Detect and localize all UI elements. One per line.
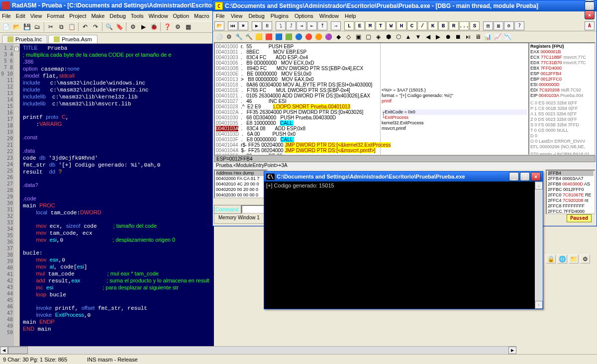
redo-icon[interactable]: ↷ bbox=[91, 22, 100, 32]
tool-icon[interactable]: 📉 bbox=[503, 32, 512, 41]
command-bar[interactable]: Command bbox=[214, 205, 266, 214]
options-icon[interactable]: ⚙ bbox=[504, 21, 514, 30]
tool-icon[interactable]: ⚙ bbox=[580, 255, 590, 264]
tool-icon[interactable]: ◀ bbox=[423, 32, 433, 41]
view-S-button[interactable]: S bbox=[470, 21, 480, 30]
debug-icon[interactable]: 🐞 bbox=[149, 22, 159, 32]
tool-icon[interactable]: ▶ bbox=[433, 32, 443, 41]
menu-format[interactable]: Format bbox=[47, 13, 64, 19]
goto-icon[interactable]: → bbox=[331, 21, 341, 30]
tool-icon[interactable]: ▼ bbox=[413, 32, 423, 41]
tool-icon[interactable]: 🔧 bbox=[234, 32, 244, 41]
tool-icon[interactable]: ▢ bbox=[364, 32, 373, 41]
step-into-icon[interactable]: ⤵ bbox=[276, 21, 286, 30]
execute-till-return-icon[interactable]: ⤒ bbox=[317, 21, 327, 30]
view-E-button[interactable]: E bbox=[355, 21, 365, 30]
hex-dump-pane[interactable]: Address Hex dump00402000 FA CA 81 700402… bbox=[214, 170, 268, 198]
close-button[interactable]: × bbox=[531, 172, 541, 181]
menu-debug[interactable]: Debug bbox=[109, 13, 125, 19]
open-icon[interactable]: 📂 bbox=[11, 22, 21, 32]
tool-icon[interactable]: ⏯ bbox=[463, 32, 473, 41]
console-output[interactable]: [+] Codigo generado: 15015 ▲ ▼ bbox=[264, 182, 543, 309]
tool-icon[interactable]: 🟣 bbox=[324, 32, 333, 41]
scroll-right-icon[interactable]: ▶ bbox=[508, 347, 516, 354]
menu-view[interactable]: View bbox=[30, 13, 42, 19]
tool-icon[interactable]: ⚙ bbox=[224, 32, 234, 41]
view-M-button[interactable]: M bbox=[365, 21, 375, 30]
open-icon[interactable]: 📂 bbox=[214, 21, 224, 30]
step-over-icon[interactable]: ⤴ bbox=[286, 21, 296, 30]
tool-icon[interactable]: ⬡ bbox=[394, 32, 403, 41]
view-C-button[interactable]: C bbox=[407, 21, 417, 30]
menu-view[interactable]: View bbox=[231, 13, 243, 19]
tool-icon[interactable]: 🔵 bbox=[294, 32, 303, 41]
tool-icon[interactable]: 🟨 bbox=[254, 32, 264, 41]
scroll-down-icon[interactable]: ▼ bbox=[535, 301, 543, 309]
code-editor[interactable]: 1 2 3 4 5 6 7 8 9 10 11 12 13 14 15 16 1… bbox=[0, 44, 214, 347]
run-icon[interactable]: ▶ bbox=[252, 21, 262, 30]
tool-icon[interactable]: ◇ bbox=[344, 32, 353, 41]
options-icon[interactable]: ⚙ bbox=[173, 22, 183, 32]
find-icon[interactable]: 🔍 bbox=[104, 22, 114, 32]
pause-icon[interactable]: ⏸ bbox=[262, 21, 272, 30]
menu-file[interactable]: File bbox=[216, 13, 225, 19]
tool-icon[interactable]: 🌐 bbox=[557, 255, 567, 264]
tool-icon[interactable]: 🟩 bbox=[284, 32, 294, 41]
view-R-button[interactable]: R bbox=[449, 21, 459, 30]
code-area[interactable]: TITLE Prueba ; multiplica cada byte de l… bbox=[20, 44, 214, 347]
rewind-icon[interactable]: ⏮ bbox=[228, 21, 238, 30]
menu-help[interactable]: Help bbox=[345, 13, 356, 19]
paste-icon[interactable]: 📋 bbox=[67, 22, 77, 32]
olly-titlebar[interactable]: C C:\Documents and Settings\Administrado… bbox=[213, 0, 597, 11]
font-icon[interactable]: A bbox=[585, 21, 595, 30]
goto-icon[interactable]: ❓ bbox=[162, 22, 172, 32]
tool-icon[interactable]: 🟥 bbox=[264, 32, 274, 41]
tool-icon[interactable]: 📁 bbox=[569, 255, 579, 264]
view-L-button[interactable]: L bbox=[344, 21, 354, 30]
menu-options[interactable]: Options bbox=[295, 13, 313, 19]
horizontal-scrollbar[interactable]: ◀ ▶ bbox=[0, 346, 516, 354]
view-W-button[interactable]: W bbox=[386, 21, 396, 30]
help-icon[interactable]: ? bbox=[514, 21, 524, 30]
tool-icon[interactable]: 📊 bbox=[483, 32, 493, 41]
view-H-button[interactable]: H bbox=[397, 21, 406, 30]
tool-icon[interactable]: 🔒 bbox=[546, 255, 556, 264]
tool-icon[interactable]: ◈ bbox=[374, 32, 383, 41]
olly-toolbar-2[interactable]: ⚪ ⚙ 🔧 🔨 🟨 🟥 🟦 🟩 🔵 🔴 🟠 🟣 ◆ ◇ ▣ ▢ ◈ ⬢ ⬡ ▲ … bbox=[213, 31, 597, 42]
menu-option[interactable]: Option bbox=[173, 13, 189, 19]
view2-icon[interactable]: ▥ bbox=[494, 21, 503, 30]
fold-gutter[interactable]: - bbox=[14, 44, 20, 347]
olly-toolbar-1[interactable]: 📂 ⏮ ✖ ▶ ⏸ ⤵ ⤴ ⇥ ⇤ ⤒ → LEMTWHC/KBR...S ▤ … bbox=[213, 20, 597, 31]
save-all-icon[interactable]: 🗂 bbox=[32, 22, 42, 32]
menu-project[interactable]: Project bbox=[69, 13, 86, 19]
olly-cpu-pane[interactable]: 00401000 r. 55 PUSH EBP00401001 . 8BEC M… bbox=[214, 42, 596, 156]
scroll-up-icon[interactable]: ▲ bbox=[535, 182, 543, 189]
view-K-button[interactable]: K bbox=[428, 21, 438, 30]
minimize-button[interactable]: _ bbox=[509, 172, 519, 181]
tool-icon[interactable]: ⏺ bbox=[443, 32, 453, 41]
scroll-thumb[interactable] bbox=[8, 347, 28, 354]
disassembly-pane[interactable]: 00401000 r. 55 PUSH EBP00401001 . 8BEC M… bbox=[215, 43, 528, 155]
menu-tools[interactable]: Tools bbox=[131, 13, 144, 19]
command-input[interactable] bbox=[241, 205, 266, 214]
trace-over-icon[interactable]: ⇤ bbox=[307, 21, 317, 30]
tool-icon[interactable]: ▲ bbox=[403, 32, 413, 41]
tool-icon[interactable]: 📈 bbox=[493, 32, 502, 41]
tool-icon[interactable]: 🔨 bbox=[244, 32, 254, 41]
menu-plugins[interactable]: Plugins bbox=[271, 13, 289, 19]
tab-prueba-inc[interactable]: Prueba.Inc bbox=[2, 35, 47, 43]
maximize-button[interactable]: □ bbox=[520, 172, 530, 181]
close-button[interactable]: × bbox=[585, 10, 595, 19]
view-...-button[interactable]: ... bbox=[459, 21, 469, 30]
menu-file[interactable]: File bbox=[2, 13, 11, 19]
maximize-button[interactable]: □ bbox=[585, 1, 595, 10]
copy-icon[interactable]: ⧉ bbox=[56, 22, 66, 32]
tool-icon[interactable]: ⏹ bbox=[453, 32, 463, 41]
tool-icon[interactable]: 🔴 bbox=[304, 32, 313, 41]
menu-make[interactable]: Make bbox=[91, 13, 104, 19]
cut-icon[interactable]: ✂ bbox=[46, 22, 56, 32]
run-icon[interactable]: ▶ bbox=[138, 22, 148, 32]
undo-icon[interactable]: ↶ bbox=[80, 22, 90, 32]
view-/-button[interactable]: / bbox=[417, 21, 427, 30]
view-T-button[interactable]: T bbox=[376, 21, 386, 30]
